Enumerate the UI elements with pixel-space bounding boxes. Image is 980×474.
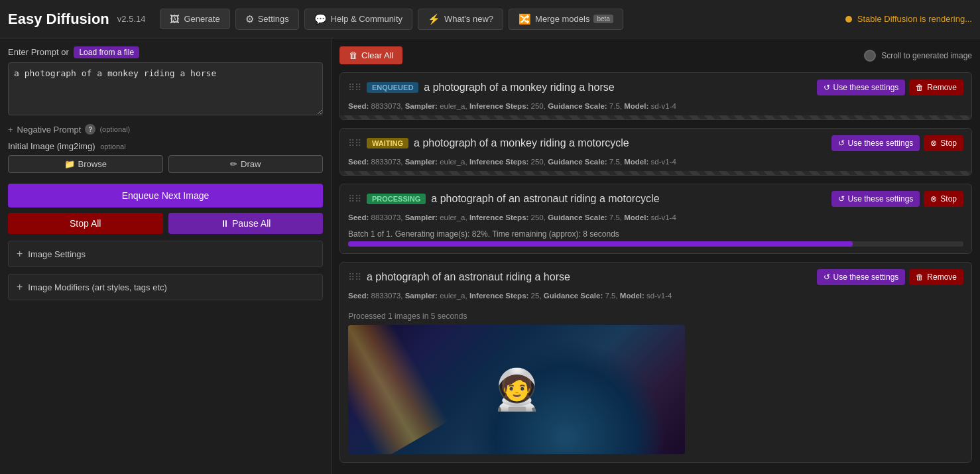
remove-button-4[interactable]: 🗑 Remove [909, 269, 963, 285]
folder-icon: 📁 [64, 159, 75, 169]
task-card-4: ⠿⠿ a photograph of an astronaut riding a… [339, 262, 972, 463]
prompt-label-row: Enter Prompt or Load from a file [8, 46, 323, 58]
scroll-toggle: Scroll to generated image [864, 50, 972, 62]
gear-icon: ⚙ [245, 13, 254, 25]
merge-icon: 🔀 [519, 13, 531, 25]
init-image-buttons: 📁 Browse ✏ Draw [8, 155, 323, 173]
stop-button-2[interactable]: ⊗ Stop [924, 135, 963, 151]
image-settings-plus-icon: + [17, 248, 23, 260]
task-stripe-1 [340, 115, 971, 119]
stop-icon-3: ⊗ [930, 194, 937, 204]
plus-icon: + [8, 125, 13, 135]
draw-button[interactable]: ✏ Draw [168, 155, 324, 173]
task-actions-4: ↺ Use these settings 🗑 Remove [817, 269, 963, 285]
task-actions-3: ↺ Use these settings ⊗ Stop [831, 191, 963, 207]
nav-generate[interactable]: 🖼 Generate [160, 9, 229, 29]
init-image-row: Initial Image (img2img) optional [8, 141, 323, 151]
use-settings-button-4[interactable]: ↺ Use these settings [817, 269, 906, 285]
pause-all-button[interactable]: ⏸ Pause All [168, 213, 324, 234]
progress-text-3: Batch 1 of 1. Generating image(s): 82%. … [348, 229, 963, 239]
processed-text-4: Processed 1 images in 5 seconds [348, 312, 963, 321]
action-buttons: Stop All ⏸ Pause All [8, 213, 323, 234]
refresh-icon-4: ↺ [824, 272, 830, 282]
task-title-2: a photograph of a monkey riding a motorc… [414, 137, 826, 149]
progress-bar-bg-3 [348, 241, 963, 247]
status-dot [845, 16, 852, 23]
left-panel: Enter Prompt or Load from a file a photo… [0, 38, 332, 474]
astronaut-image-4 [348, 325, 685, 454]
trash-icon-4: 🗑 [916, 272, 924, 282]
task-header-3: ⠿⠿ Processing a photograph of an astrona… [340, 184, 971, 213]
use-settings-button-3[interactable]: ↺ Use these settings [831, 191, 920, 207]
right-panel: 🗑 Clear All Scroll to generated image ⠿⠿… [332, 38, 980, 474]
task-meta-3: Seed: 8833073, Sampler: euler_a, Inferen… [340, 213, 971, 227]
pencil-icon: ✏ [230, 159, 237, 169]
task-header-2: ⠿⠿ Waiting a photograph of a monkey ridi… [340, 129, 971, 158]
browse-button[interactable]: 📁 Browse [8, 155, 163, 173]
nav-settings[interactable]: ⚙ Settings [235, 9, 299, 30]
chat-icon: 💬 [314, 13, 327, 25]
beta-badge: beta [593, 15, 613, 23]
main-layout: Enter Prompt or Load from a file a photo… [0, 38, 980, 474]
task-title-3: a photograph of an astronaut riding a mo… [431, 193, 826, 205]
neg-prompt-optional: (optional) [99, 125, 130, 133]
stop-icon-2: ⊗ [930, 139, 937, 148]
image-modifiers-plus-icon: + [17, 281, 23, 293]
task-card-2: ⠿⠿ Waiting a photograph of a monkey ridi… [339, 128, 972, 176]
nav-whatsnew[interactable]: ⚡ What's new? [418, 9, 503, 30]
enqueue-button[interactable]: Enqueue Next Image [8, 184, 323, 207]
task-meta-1: Seed: 8833073, Sampler: euler_a, Inferen… [340, 102, 971, 115]
image-modifiers-section[interactable]: + Image Modifiers (art styles, tags etc) [8, 274, 323, 300]
task-badge-2: Waiting [367, 138, 408, 148]
remove-button-1[interactable]: 🗑 Remove [909, 80, 963, 95]
drag-icon-2[interactable]: ⠿⠿ [348, 138, 361, 148]
rendering-status: Stable Diffusion is rendering... [845, 14, 972, 24]
task-actions-2: ↺ Use these settings ⊗ Stop [831, 135, 963, 151]
task-stripe-2 [340, 171, 971, 175]
load-from-file-button[interactable]: Load from a file [74, 46, 139, 58]
task-card-1: ⠿⠿ Enqueued a photograph of a monkey rid… [339, 72, 972, 120]
drag-icon-4[interactable]: ⠿⠿ [348, 272, 361, 282]
task-meta-4: Seed: 8833073, Sampler: euler_a, Inferen… [340, 292, 971, 305]
app-title: Easy Diffusion [8, 11, 109, 28]
right-top-bar: 🗑 Clear All Scroll to generated image [339, 46, 972, 64]
task-header-4: ⠿⠿ a photograph of an astronaut riding a… [340, 263, 971, 292]
image-icon: 🖼 [170, 13, 180, 25]
scroll-toggle-input[interactable] [864, 50, 876, 62]
use-settings-button-1[interactable]: ↺ Use these settings [817, 80, 906, 95]
app-version: v2.5.14 [117, 14, 146, 24]
drag-icon-3[interactable]: ⠿⠿ [348, 194, 361, 204]
image-settings-section[interactable]: + Image Settings [8, 241, 323, 267]
task-badge-3: Processing [367, 194, 426, 204]
task-badge-1: Enqueued [367, 82, 418, 93]
header: Easy Diffusion v2.5.14 🖼 Generate ⚙ Sett… [0, 0, 980, 38]
refresh-icon-2: ↺ [838, 139, 845, 148]
clear-all-button[interactable]: 🗑 Clear All [339, 46, 402, 64]
task-card-3: ⠿⠿ Processing a photograph of an astrona… [339, 184, 972, 254]
lightning-icon: ⚡ [428, 13, 440, 25]
negative-prompt-row: + Negative Prompt ? (optional) [8, 124, 323, 135]
task-title-1: a photograph of a monkey riding a horse [424, 82, 811, 93]
task-actions-1: ↺ Use these settings 🗑 Remove [817, 80, 963, 95]
neg-prompt-help-icon[interactable]: ? [85, 124, 95, 135]
task-image-4: Processed 1 images in 5 seconds [340, 305, 971, 462]
use-settings-button-2[interactable]: ↺ Use these settings [831, 135, 920, 151]
drag-icon-1[interactable]: ⠿⠿ [348, 82, 361, 93]
prompt-textarea[interactable]: a photograph of a monkey riding a horse [8, 62, 323, 115]
stop-all-button[interactable]: Stop All [8, 213, 163, 234]
progress-bar-fill-3 [348, 241, 853, 247]
nav-help[interactable]: 💬 Help & Community [304, 9, 412, 30]
trash-icon-1: 🗑 [916, 83, 924, 92]
refresh-icon-3: ↺ [838, 194, 845, 204]
nav-merge[interactable]: 🔀 Merge models beta [509, 9, 623, 30]
stop-button-3[interactable]: ⊗ Stop [924, 191, 963, 207]
refresh-icon-1: ↺ [824, 83, 830, 92]
task-progress-3: Batch 1 of 1. Generating image(s): 82%. … [340, 227, 971, 253]
task-title-4: a photograph of an astronaut riding a ho… [367, 271, 812, 283]
trash-icon: 🗑 [349, 50, 357, 60]
task-meta-2: Seed: 8833073, Sampler: euler_a, Inferen… [340, 158, 971, 171]
task-header-1: ⠿⠿ Enqueued a photograph of a monkey rid… [340, 73, 971, 102]
